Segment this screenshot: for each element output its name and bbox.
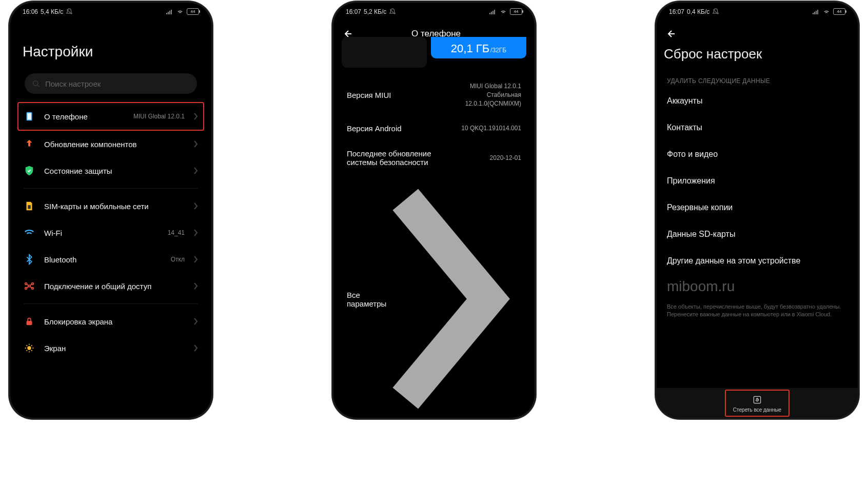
chevron-right-icon [194,229,198,236]
disclaimer-text: Все объекты, перечисленные выше, будут б… [664,299,851,326]
chevron-right-icon [194,167,198,174]
battery-icon: 44 [510,8,522,15]
status-time: 16:07 [346,8,361,15]
svg-point-7 [25,288,27,290]
status-bar: 16:07 0,4 КБ/с 44 [661,3,854,21]
lock-icon [24,316,35,327]
chevron-right-icon [194,140,198,148]
status-speed: 5,4 КБ/с [41,8,63,15]
wifi-icon [176,8,184,15]
brightness-icon [24,342,35,354]
chevron-right-icon [194,202,198,210]
status-time: 16:07 [669,8,684,15]
row-security-patch[interactable]: Последнее обновление системы безопасност… [342,141,526,175]
item-sd-data[interactable]: Данные SD-карты [664,221,851,248]
storage-card[interactable]: 20,1 ГБ/32ГБ [342,37,526,68]
svg-point-5 [25,283,27,285]
update-icon [24,138,35,150]
item-accounts[interactable]: Аккаунты [664,88,851,114]
phone-factory-reset: 16:07 0,4 КБ/с 44 Сброс настроек УДАЛИТЬ… [657,3,858,418]
signal-icon [813,9,820,14]
page-title: Сброс настроек [661,40,854,72]
do-not-disturb-icon [66,8,73,15]
item-contacts[interactable]: Контакты [664,114,851,141]
bottom-action-bar: Стереть все данные [657,388,858,418]
row-android-version[interactable]: Версия Android 10 QKQ1.191014.001 [342,116,526,141]
watermark: miboom.ru [664,274,851,299]
svg-point-6 [32,283,34,285]
divider [24,188,198,189]
phone-settings: 16:06 5,4 КБ/с 44 Настройки Поиск настро… [10,3,211,418]
bluetooth-icon [24,254,35,265]
row-all-specs[interactable]: Все параметры [342,175,526,418]
battery-icon: 44 [833,8,845,15]
chevron-right-icon [389,183,521,415]
erase-all-data-button[interactable]: Стереть все данные [725,390,790,417]
chevron-right-icon [194,318,198,325]
section-caption: УДАЛИТЬ СЛЕДУЮЩИЕ ДАННЫЕ [664,72,851,88]
svg-point-4 [28,285,30,287]
svg-point-8 [32,288,34,290]
reset-icon [752,395,762,405]
item-apps[interactable]: Приложения [664,168,851,194]
row-component-update[interactable]: Обновление компонентов [18,131,203,157]
chevron-right-icon [194,282,198,290]
svg-rect-3 [28,205,31,209]
row-display[interactable]: Экран [18,335,203,361]
row-bluetooth[interactable]: Bluetooth Откл [18,246,203,273]
chevron-right-icon [194,113,198,120]
search-icon [32,79,40,88]
share-icon [24,280,35,292]
wifi-icon [823,8,830,15]
svg-point-0 [33,81,38,86]
status-speed: 5,2 КБ/с [364,8,386,15]
item-backups[interactable]: Резервные копии [664,194,851,221]
page-title: Настройки [14,21,207,70]
row-miui-version[interactable]: Версия MIUI MIUI Global 12.0.1 Стабильна… [342,74,526,116]
do-not-disturb-icon [389,8,396,15]
item-other-data[interactable]: Другие данные на этом устройстве [664,248,851,274]
row-wifi[interactable]: Wi-Fi 14_41 [18,219,203,246]
row-connection-sharing[interactable]: Подключение и общий доступ [18,273,203,299]
status-speed: 0,4 КБ/с [687,8,709,15]
status-time: 16:06 [23,8,38,15]
do-not-disturb-icon [712,8,719,15]
status-bar: 16:06 5,4 КБ/с 44 [14,3,207,21]
row-lock-screen[interactable]: Блокировка экрана [18,308,203,335]
phone-icon [24,111,35,122]
battery-icon: 44 [187,8,199,15]
chevron-right-icon [194,344,198,352]
signal-icon [166,9,173,14]
row-sim-networks[interactable]: SIM-карты и мобильные сети [18,193,203,219]
status-bar: 16:07 5,2 КБ/с 44 [338,3,530,21]
divider [24,303,198,304]
search-input[interactable]: Поиск настроек [25,73,197,94]
row-about-phone[interactable]: О телефоне MIUI Global 12.0.1 [17,102,204,131]
svg-rect-9 [27,321,32,325]
wifi-icon [500,8,507,15]
item-photos-videos[interactable]: Фото и видео [664,141,851,168]
sim-icon [24,200,35,212]
svg-point-10 [27,346,31,350]
svg-rect-2 [27,113,31,120]
phone-about: 16:07 5,2 КБ/с 44 О телефоне 20,1 ГБ/32Г… [333,3,535,418]
signal-icon [489,9,497,14]
back-button[interactable] [664,28,676,40]
shield-icon [24,165,35,176]
wifi-icon [24,227,35,238]
row-security-status[interactable]: Состояние защиты [18,157,203,184]
chevron-right-icon [194,256,198,263]
search-placeholder: Поиск настроек [45,79,101,88]
